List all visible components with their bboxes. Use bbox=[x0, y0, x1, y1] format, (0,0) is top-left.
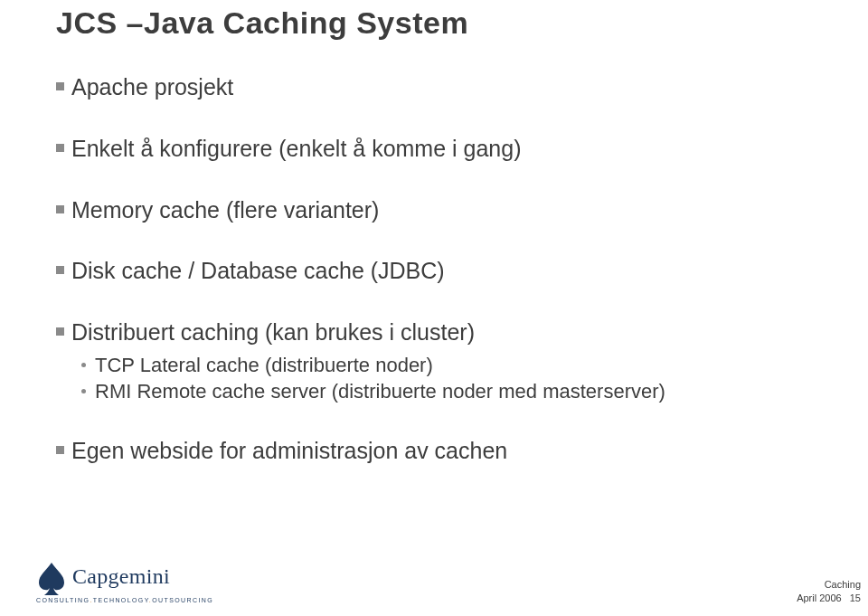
bullet-text: Egen webside for administrasjon av cache… bbox=[71, 436, 507, 467]
square-bullet-icon bbox=[56, 205, 64, 213]
bullet-item: Apache prosjekt bbox=[56, 72, 807, 103]
bullet-text: Apache prosjekt bbox=[71, 72, 233, 103]
bullet-text: Memory cache (flere varianter) bbox=[71, 195, 379, 226]
square-bullet-icon bbox=[56, 144, 64, 152]
bullet-item: Distribuert caching (kan brukes i cluste… bbox=[56, 317, 807, 405]
footer-label: Caching bbox=[797, 578, 861, 592]
bullet-text: Enkelt å konfigurere (enkelt å komme i g… bbox=[71, 134, 521, 165]
tagline-part: CONSULTING bbox=[36, 597, 90, 603]
company-logo: Capgemini CONSULTING.TECHNOLOGY.OUTSOURC… bbox=[36, 561, 208, 603]
dot-bullet-icon bbox=[81, 389, 86, 393]
footer-page-number: 15 bbox=[850, 592, 861, 603]
slide-content: Apache prosjekt Enkelt å konfigurere (en… bbox=[56, 72, 807, 498]
bullet-text: Disk cache / Database cache (JDBC) bbox=[71, 256, 445, 287]
bullet-item: Enkelt å konfigurere (enkelt å komme i g… bbox=[56, 134, 807, 165]
slide-title: JCS –Java Caching System bbox=[56, 5, 468, 41]
bullet-text: Distribuert caching (kan brukes i cluste… bbox=[71, 317, 475, 348]
square-bullet-icon bbox=[56, 327, 64, 336]
sub-bullet-text: TCP Lateral cache (distribuerte noder) bbox=[95, 352, 433, 379]
square-bullet-icon bbox=[56, 446, 64, 454]
logo-tagline: CONSULTING.TECHNOLOGY.OUTSOURCING bbox=[36, 597, 208, 603]
bullet-item: Memory cache (flere varianter) bbox=[56, 195, 807, 226]
square-bullet-icon bbox=[56, 266, 64, 274]
spade-icon bbox=[36, 561, 67, 597]
logo-brand-text: Capgemini bbox=[72, 564, 170, 589]
square-bullet-icon bbox=[56, 82, 64, 90]
tagline-part: TECHNOLOGY bbox=[93, 597, 149, 603]
sub-bullets: TCP Lateral cache (distribuerte noder) R… bbox=[81, 352, 807, 405]
footer-date: April 2006 bbox=[797, 592, 842, 603]
sub-bullet-text: RMI Remote cache server (distribuerte no… bbox=[95, 378, 665, 405]
bullet-item: Egen webside for administrasjon av cache… bbox=[56, 436, 807, 467]
tagline-part: OUTSOURCING bbox=[152, 597, 213, 603]
slide-footer: Capgemini CONSULTING.TECHNOLOGY.OUTSOURC… bbox=[0, 544, 868, 616]
footer-meta: Caching April 2006 15 bbox=[797, 578, 861, 605]
dot-bullet-icon bbox=[81, 363, 86, 367]
bullet-item: Disk cache / Database cache (JDBC) bbox=[56, 256, 807, 287]
